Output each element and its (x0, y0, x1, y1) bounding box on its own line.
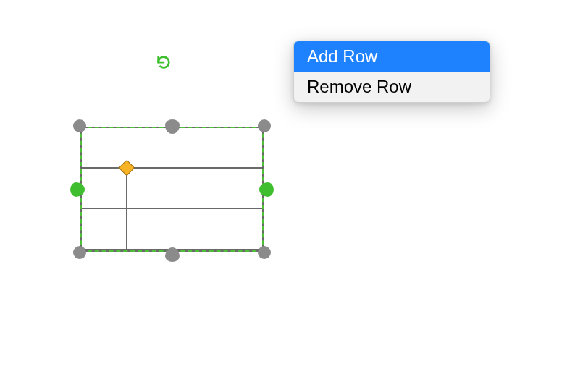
table-row (82, 169, 262, 209)
resize-handle-bottom-middle[interactable] (165, 247, 180, 262)
menu-item-remove-row[interactable]: Remove Row (294, 72, 490, 102)
table-column-separator (126, 170, 127, 250)
selected-shape-table[interactable] (80, 127, 264, 252)
resize-handle-bottom-right[interactable] (258, 246, 271, 259)
menu-item-add-row[interactable]: Add Row (294, 41, 490, 72)
connector-handle-right[interactable] (259, 182, 274, 197)
connector-handle-left[interactable] (70, 182, 85, 197)
table-body (80, 127, 264, 252)
context-menu: Add Row Remove Row (293, 41, 490, 103)
resize-handle-bottom-left[interactable] (73, 246, 86, 259)
rotate-handle[interactable] (156, 54, 172, 70)
resize-handle-top-right[interactable] (258, 119, 271, 132)
table-row (82, 209, 262, 250)
resize-handle-top-left[interactable] (73, 119, 86, 132)
table-row (82, 128, 262, 169)
resize-handle-top-middle[interactable] (165, 119, 180, 134)
editor-canvas[interactable]: Add Row Remove Row (0, 0, 588, 369)
